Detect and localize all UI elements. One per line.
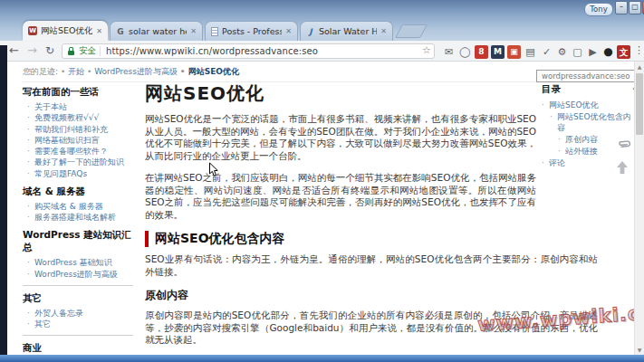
tab-google-search[interactable]: G solar water heater par ✕ [110,21,203,41]
google-favicon-icon: G [116,27,125,36]
tab-solar-water-heater[interactable]: J Solar Water Heater Pa ✕ [300,21,393,41]
reload-button[interactable]: ↻ [45,43,54,59]
sidebar-heading-preface: 写在前面的一些话 [23,86,137,99]
sidebar-item-wp-advanced[interactable]: WordPress进阶与高级 [34,270,137,280]
page-extension-icon[interactable]: ▢ [571,45,584,59]
back-button[interactable]: ← [9,43,19,59]
gear-extension-icon[interactable]: ⚙ [555,45,569,59]
subsection-heading-original-content: 原创内容 [145,288,598,303]
breadcrumb-current-page: 网站SEO优化 [180,67,239,76]
sidebar-heading-others: 其它 [23,292,137,305]
archive-extension-icon[interactable]: ▤ [524,45,537,59]
tab-close-icon[interactable]: ✕ [96,27,102,35]
back-to-top-arrow-icon[interactable] [616,160,629,175]
profile-button[interactable]: Tony [584,3,613,16]
sidebar-item-wp-basics[interactable]: WordPress 基础知识 [34,258,137,268]
sidebar-heading-domain-server: 域名 & 服务器 [23,186,137,198]
window-bottom-border [0,355,644,362]
markdown-extension-icon[interactable]: M [491,45,505,59]
window-controls: – ▢ ✕ [614,1,644,14]
check-extension-icon[interactable]: ✓ [540,45,553,59]
page-scrollbar[interactable]: ▲ ▼ [634,62,644,355]
breadcrumb-link-start[interactable]: 开始 [61,67,84,76]
document-favicon-icon [211,27,218,36]
sidebar-list: 外贸人备忘录 其它 [23,309,137,330]
article-paragraph: 网站SEO优化是一个宽泛的话题，市面上有很多书籍、视频来讲解，也有很多专家和职业… [145,113,536,162]
tab-close-icon[interactable]: ✕ [190,27,197,35]
sidebar-item-network-basics[interactable]: 网络基础知识扫盲 [34,136,137,146]
sidebar-item-help-us[interactable]: 帮助我们纠错和补充 [34,125,137,135]
sidebar-item-advanced-knowledge[interactable]: 最好了解一下的进阶知识 [34,157,137,167]
sidebar-divider [23,285,133,286]
wpwiki-favicon-icon: W [28,26,37,35]
scrollbar-down-icon[interactable]: ▼ [635,347,644,353]
sidebar-list: 关于本站 免费视频教程√√√ 帮助我们纠错和补充 网络基础知识扫盲 需要准备哪些… [23,102,137,179]
sidebar-heading-business: 商业 [23,342,137,355]
sidebar-list: WordPress 基础知识 WordPress进阶与高级 [23,258,137,280]
page-tools [616,138,630,175]
sidebar-heading-wordpress: WordPress 建站知识汇总 [23,229,137,254]
sidebar-item-faqs[interactable]: 常见问题FAQs [34,169,137,179]
toc-title: 目录▴ [542,83,632,96]
red-badge-extension-icon[interactable]: 8 [475,45,488,59]
tab-wpwiki-seo[interactable]: W 网站SEO优化 [WordPr ✕ [23,21,108,41]
tab-title: Posts - Professional S [222,26,282,36]
tab-close-icon[interactable]: ✕ [380,27,387,35]
tab-close-icon[interactable]: ✕ [285,27,292,35]
sidebar-item-server-setup[interactable]: 服务器搭建和域名解析 [34,213,137,223]
window-left-border [0,45,7,355]
browser-menu-icon[interactable]: ⋮ [634,44,644,56]
sidebar-item-about[interactable]: 关于本站 [34,102,137,112]
browser-window: Tony – ▢ ✕ W 网站SEO优化 [WordPr ✕ G solar w… [0,0,644,362]
sidebar-item-software[interactable]: 需要准备哪些软件？ [34,147,137,157]
scrollbar-thumb[interactable] [636,73,643,135]
j-favicon-icon: J [306,27,315,36]
tab-title: 网站SEO优化 [WordPr [41,25,92,37]
url-text: https://www.wpwiki.cn/wordpressadvance:s… [106,46,318,56]
breadcrumb-link-wordpress-advanced[interactable]: WordPress进阶与高级 [87,67,178,76]
sidebar-item-free-videos[interactable]: 免费视频教程√√√ [34,113,137,123]
mouse-cursor [208,162,219,178]
section-heading-seo-contents: 网站SEO优化包含内容 [145,231,598,247]
tab-wordpress-posts[interactable]: Posts - Professional S ✕ [205,21,298,41]
ring-extension-icon[interactable]: ◯ [458,45,472,59]
sidebar-nav: 写在前面的一些话 关于本站 免费视频教程√√√ 帮助我们纠错和补充 网络基础知识… [23,80,137,362]
mail-extension-icon[interactable]: ✉ [442,45,456,59]
article-paragraph: SEO业界有句话说：内容为王，外链为皇。通俗的理解，网站的SEO优化包含两个主要… [145,253,598,278]
sidebar-list: 购买域名 & 服务器 服务器搭建和域名解析 [23,202,137,224]
bookmark-star-icon[interactable]: ☆ [422,44,431,56]
sidebar-item-other[interactable]: 其它 [34,319,137,329]
address-bar-divider [100,46,101,56]
toc-title-text: 目录 [542,83,561,94]
trace-label: 您的足迹: [23,67,58,76]
toc-link-seo[interactable]: 网站SEO优化 [542,100,632,110]
sidebar-divider [23,335,133,336]
tab-title: Solar Water Heater Pa [319,26,377,36]
maximize-button[interactable]: ▢ [629,1,641,14]
secure-lock-icon [68,51,74,55]
arrow-extension-icon[interactable]: ▶ [586,45,600,59]
url-tooltip: wordpressadvance:seo [536,70,636,82]
tab-title: solar water heater par [129,26,187,36]
sidebar-item-buy-domain[interactable]: 购买域名 & 服务器 [34,202,137,212]
scrollbar-up-icon[interactable]: ▲ [635,63,644,70]
address-bar[interactable]: 安全 https://www.wpwiki.cn/wordpressadvanc… [62,43,435,59]
forward-button[interactable]: → [27,43,37,59]
dark-circle-extension-icon[interactable]: ● [601,45,615,59]
screenshot-extension-icon[interactable]: ▣ [507,45,521,59]
permalink-paperclip-icon[interactable] [613,135,632,154]
security-label: 安全 [79,45,96,57]
minimize-button[interactable]: – [615,1,628,14]
toc-link-seo-contents[interactable]: 网站SEO优化包含内容 [550,112,632,133]
translate-extension-icon[interactable]: 文 [617,45,630,59]
sidebar-item-trade-memo[interactable]: 外贸人备忘录 [34,309,137,319]
page-title: 网站SEO优化 [145,81,598,106]
article-paragraph: 在讲网站SEO之前，我们应该明白，网站的每一个细节其实都在影响SEO优化，包括网… [145,172,536,221]
